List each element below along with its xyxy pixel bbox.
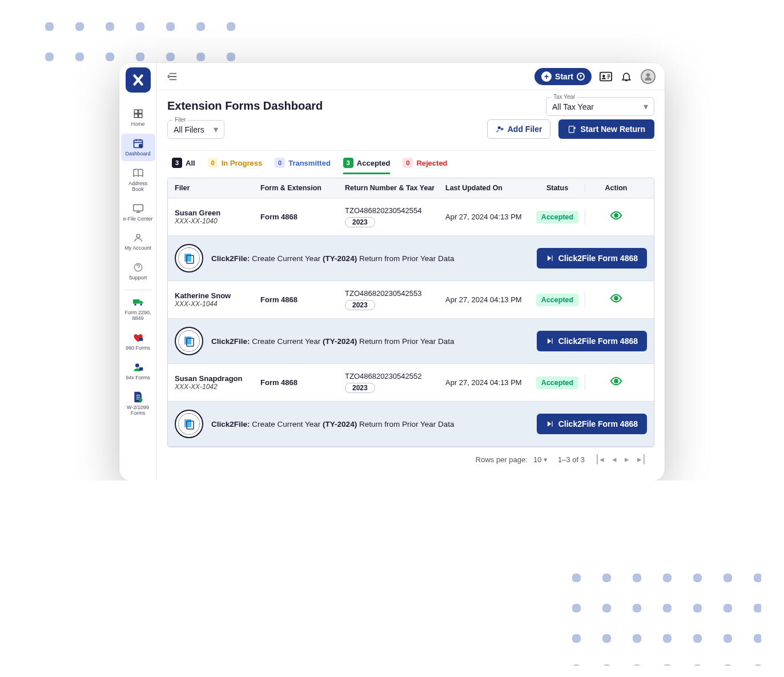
add-filer-label: Add Filer xyxy=(508,125,542,134)
svg-rect-12 xyxy=(139,338,143,341)
tab-count: 3 xyxy=(343,158,353,168)
user-icon xyxy=(132,232,144,243)
sidebar-item-address-book[interactable]: Address Book xyxy=(121,163,155,197)
chevron-down-icon: ▾ xyxy=(577,73,585,81)
form-type: Form 4868 xyxy=(260,213,297,221)
svg-rect-28 xyxy=(184,419,191,427)
view-icon[interactable] xyxy=(610,377,622,390)
sidebar-label: e-File Center xyxy=(123,217,152,222)
th-return: Return Number & Tax Year xyxy=(345,184,445,192)
tab-count: 3 xyxy=(172,158,182,168)
th-form: Form & Extension xyxy=(260,184,345,192)
start-button[interactable]: + Start ▾ xyxy=(534,68,592,85)
filer-name: Katherine Snow xyxy=(175,291,260,300)
svg-rect-26 xyxy=(187,338,194,346)
add-filer-button[interactable]: Add Filer xyxy=(487,119,551,139)
svg-point-10 xyxy=(134,304,136,306)
svg-rect-20 xyxy=(569,126,574,132)
tab-label: Rejected xyxy=(416,159,447,167)
page-last-icon[interactable]: ▸⎮ xyxy=(637,454,646,464)
sidebar-label: My Account xyxy=(124,246,151,251)
app-window: Home Dashboard Address Book e-File Cente… xyxy=(119,63,665,480)
page-first-icon[interactable]: ⎮◂ xyxy=(595,454,604,464)
tax-year-pill: 2023 xyxy=(345,300,375,310)
svg-point-18 xyxy=(646,73,650,77)
chevron-down-icon: ▾ xyxy=(544,455,548,464)
filer-select[interactable]: Filer All Filers ▾ xyxy=(167,120,224,139)
sidebar-label: Dashboard xyxy=(125,151,150,157)
table-row: Susan SnapdragonXXX-XX-1042Form 4868TZO4… xyxy=(168,364,654,402)
user-avatar[interactable] xyxy=(641,69,656,84)
app-logo xyxy=(126,67,151,93)
id-card-icon[interactable] xyxy=(600,70,612,83)
click2file-banner: Click2File: Create Current Year (TY-2024… xyxy=(168,236,654,281)
svg-rect-23 xyxy=(187,255,194,263)
view-icon[interactable] xyxy=(610,294,622,307)
click2file-button-label: Click2File Form 4868 xyxy=(558,254,638,263)
svg-rect-29 xyxy=(187,421,194,429)
filer-name: Susan Snapdragon xyxy=(175,374,260,383)
click2file-button[interactable]: Click2File Form 4868 xyxy=(537,248,647,269)
menu-toggle-icon[interactable] xyxy=(166,70,179,83)
page-next-icon[interactable]: ▸ xyxy=(625,454,629,464)
tab-all[interactable]: 3 All xyxy=(172,158,195,174)
tab-rejected[interactable]: 0 Rejected xyxy=(403,158,447,174)
sidebar-item-home[interactable]: Home xyxy=(121,104,155,131)
return-number: TZO486820230542552 xyxy=(345,372,445,380)
filer-value: All Filers xyxy=(174,125,204,134)
click2file-banner: Click2File: Create Current Year (TY-2024… xyxy=(168,402,654,447)
page-prev-icon[interactable]: ◂ xyxy=(612,454,617,464)
svg-point-21 xyxy=(614,214,618,217)
svg-rect-25 xyxy=(184,337,191,344)
heart-icon xyxy=(132,332,144,343)
return-number: TZO486820230542553 xyxy=(345,289,445,298)
start-new-return-button[interactable]: Start New Return xyxy=(558,119,654,139)
last-updated: Apr 27, 2024 04:13 PM xyxy=(445,213,530,221)
sidebar-item-990-forms[interactable]: 990 Forms xyxy=(121,328,155,355)
svg-point-27 xyxy=(614,379,618,383)
form-type: Form 4868 xyxy=(260,378,297,387)
bell-icon[interactable] xyxy=(620,70,633,83)
click2file-badge-icon xyxy=(175,327,203,355)
tab-label: In Progress xyxy=(222,159,263,167)
status-badge: Accepted xyxy=(536,376,578,389)
view-icon[interactable] xyxy=(610,211,622,224)
sidebar-item-dashboard[interactable]: Dashboard xyxy=(121,134,155,161)
tab-accepted[interactable]: 3 Accepted xyxy=(343,158,391,174)
sidebar-label: 990 Forms xyxy=(126,346,150,351)
status-tabs: 3 All 0 In Progress 0 Transmitted 3 Acce… xyxy=(167,158,654,174)
tab-label: Transmitted xyxy=(288,159,331,167)
truck-icon xyxy=(132,297,144,308)
click2file-text: Click2File: Create Current Year (TY-2024… xyxy=(211,420,529,428)
help-icon xyxy=(132,262,144,273)
click2file-button[interactable]: Click2File Form 4868 xyxy=(537,331,647,351)
sidebar-item-form-2290[interactable]: Form 2290, 8849 xyxy=(121,293,155,326)
svg-point-15 xyxy=(138,398,142,402)
sidebar-item-support[interactable]: Support xyxy=(121,258,155,285)
click2file-button[interactable]: Click2File Form 4868 xyxy=(537,414,647,434)
tax-year-select[interactable]: Tax Year All Tax Year ▾ xyxy=(546,97,654,116)
filer-label: Filer xyxy=(172,117,188,123)
tab-count: 0 xyxy=(403,158,413,168)
sidebar-item-efile-center[interactable]: e-File Center xyxy=(121,199,155,226)
svg-point-24 xyxy=(614,297,618,300)
click2file-badge-icon xyxy=(175,244,203,273)
svg-rect-9 xyxy=(132,299,139,304)
start-label: Start xyxy=(555,72,573,81)
tab-count: 0 xyxy=(208,158,218,168)
click2file-text: Click2File: Create Current Year (TY-2024… xyxy=(211,254,529,263)
rows-per-page-select[interactable]: 10 ▾ xyxy=(533,455,548,464)
play-next-icon xyxy=(546,254,554,262)
sidebar-item-my-account[interactable]: My Account xyxy=(121,228,155,255)
divider xyxy=(125,290,151,290)
tab-label: Accepted xyxy=(357,159,391,167)
sidebar-item-w2-1099[interactable]: W-2/1099 Forms xyxy=(121,387,155,420)
tab-in-progress[interactable]: 0 In Progress xyxy=(208,158,263,174)
main-content: + Start ▾ Extension Forms Dashboard Tax … xyxy=(157,63,665,480)
th-filer: Filer xyxy=(175,184,260,192)
sidebar-item-94x-forms[interactable]: 94x Forms xyxy=(121,358,155,385)
status-badge: Accepted xyxy=(536,294,578,306)
svg-point-5 xyxy=(139,145,142,147)
tab-transmitted[interactable]: 0 Transmitted xyxy=(275,158,331,174)
click2file-button-label: Click2File Form 4868 xyxy=(558,337,638,346)
